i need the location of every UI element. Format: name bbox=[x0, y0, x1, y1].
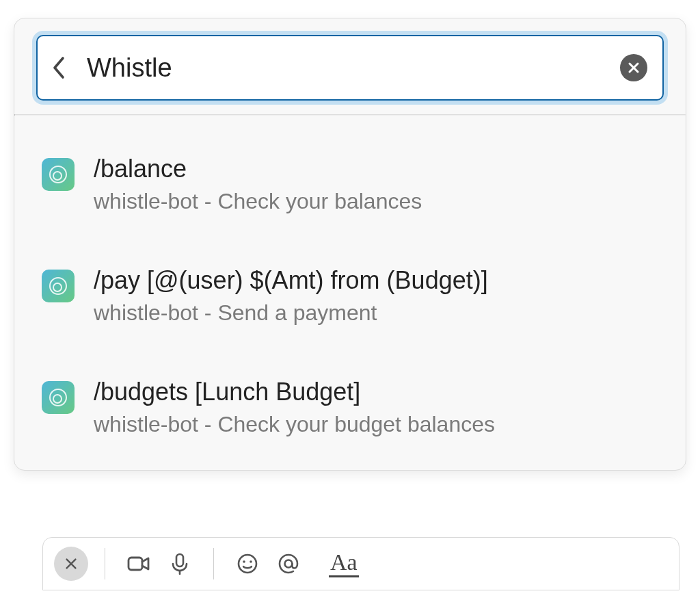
result-text: /balance whistle-bot - Check your balanc… bbox=[94, 154, 658, 216]
close-icon bbox=[627, 61, 641, 75]
separator bbox=[105, 548, 105, 579]
search-box bbox=[36, 35, 664, 101]
result-subtitle: whistle-bot - Check your balances bbox=[94, 187, 658, 216]
svg-rect-0 bbox=[129, 558, 142, 570]
result-subtitle: whistle-bot - Check your budget balances bbox=[94, 410, 658, 439]
microphone-icon bbox=[167, 551, 192, 576]
svg-point-5 bbox=[250, 560, 252, 563]
svg-rect-1 bbox=[176, 554, 183, 566]
shortcuts-popover: /balance whistle-bot - Check your balanc… bbox=[14, 18, 686, 471]
result-text: /budgets [Lunch Budget] whistle-bot - Ch… bbox=[94, 377, 658, 439]
results-list: /balance whistle-bot - Check your balanc… bbox=[14, 116, 686, 470]
message-composer-toolbar: Aa bbox=[42, 537, 679, 590]
whistle-bot-icon bbox=[42, 158, 75, 191]
clear-search-button[interactable] bbox=[620, 54, 647, 81]
composer-close-button[interactable] bbox=[54, 547, 88, 581]
result-text: /pay [@(user) $(Amt) from (Budget)] whis… bbox=[94, 265, 658, 328]
shortcut-result-budgets[interactable]: /budgets [Lunch Budget] whistle-bot - Ch… bbox=[14, 366, 686, 450]
result-title: /balance bbox=[94, 154, 658, 183]
shortcut-result-pay[interactable]: /pay [@(user) $(Amt) from (Budget)] whis… bbox=[14, 255, 686, 339]
composer-emoji-button[interactable] bbox=[230, 547, 265, 581]
result-title: /pay [@(user) $(Amt) from (Budget)] bbox=[94, 265, 658, 295]
close-icon bbox=[64, 556, 79, 571]
shortcut-result-balance[interactable]: /balance whistle-bot - Check your balanc… bbox=[14, 143, 686, 227]
shortcut-search-input[interactable] bbox=[85, 53, 620, 83]
search-wrapper bbox=[14, 18, 686, 114]
emoji-icon bbox=[235, 551, 260, 576]
svg-point-4 bbox=[243, 560, 245, 563]
chevron-left-icon bbox=[50, 53, 69, 83]
back-button[interactable] bbox=[50, 53, 69, 83]
composer-format-button[interactable]: Aa bbox=[329, 551, 359, 577]
composer-audio-button[interactable] bbox=[163, 547, 197, 581]
separator bbox=[213, 548, 214, 579]
composer-mention-button[interactable] bbox=[271, 547, 306, 581]
video-icon bbox=[125, 550, 152, 577]
result-subtitle: whistle-bot - Send a payment bbox=[94, 299, 658, 328]
at-sign-icon bbox=[275, 551, 301, 577]
whistle-bot-icon bbox=[42, 270, 75, 302]
result-title: /budgets [Lunch Budget] bbox=[94, 377, 658, 406]
composer-video-button[interactable] bbox=[122, 547, 156, 581]
svg-point-3 bbox=[239, 555, 256, 573]
whistle-bot-icon bbox=[42, 381, 75, 414]
svg-point-6 bbox=[285, 560, 293, 568]
